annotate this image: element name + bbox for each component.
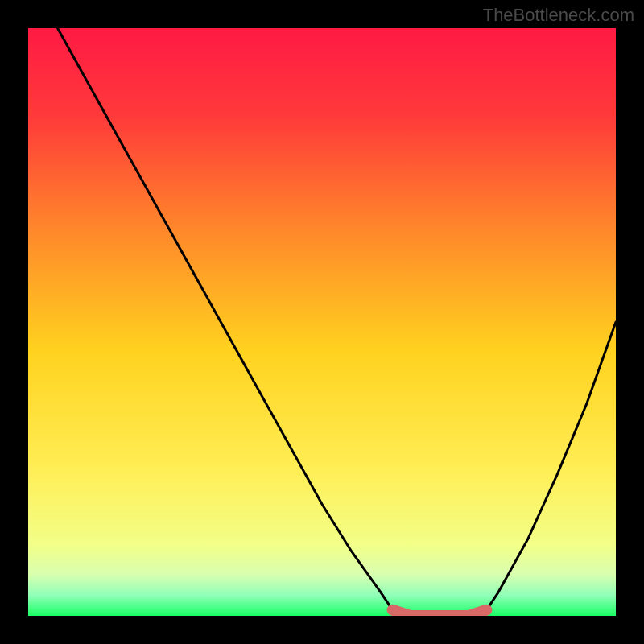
chart-background <box>28 28 616 616</box>
optimal-marker <box>393 610 487 616</box>
attribution-text: TheBottleneck.com <box>483 5 634 26</box>
chart-plot-area <box>28 28 616 616</box>
chart-svg <box>28 28 616 616</box>
